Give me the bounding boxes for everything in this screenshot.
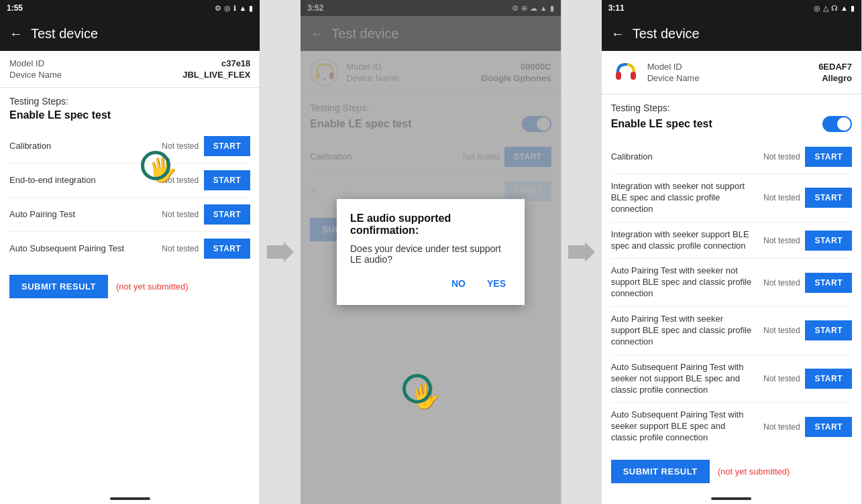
test-row-0-3: Calibration Not tested START — [611, 140, 852, 174]
svg-marker-5 — [568, 242, 595, 262]
enable-le-row-1: Enable LE spec test — [9, 109, 250, 121]
test-name-4-3: Auto Pairing Test with seeker support BL… — [611, 314, 759, 348]
status-bar-3: 3:11 ◎ △ ☊ ▲ ▮ — [602, 0, 861, 16]
title-3: Test device — [633, 26, 700, 42]
gear-icon: ⚙ — [215, 4, 221, 13]
title-1: Test device — [31, 26, 98, 42]
start-btn-autopairing-1[interactable]: START — [204, 204, 251, 225]
test-name-6-3: Auto Subsequent Pairing Test with seeker… — [611, 410, 759, 444]
cursor-hand-2: 🖐 — [411, 382, 441, 410]
test-name-1-3: Integration with seeker not support BLE … — [611, 181, 759, 215]
test-row-e2e-1: End-to-end integration Not tested START — [9, 164, 250, 198]
dialog-yes-btn[interactable]: YES — [482, 275, 511, 292]
not-submitted-1: (not yet submitted) — [116, 281, 188, 292]
start-btn-2-3[interactable]: START — [805, 231, 852, 251]
circle-icon: ◎ — [224, 4, 231, 13]
model-id-row-1: Model ID c37e18 — [9, 58, 250, 69]
not-submitted-3: (not yet submitted) — [718, 466, 790, 477]
phone-screen-2: 3:52 ⚙ ⊕ ☁ ▲ ▮ ← Test device Model ID — [301, 0, 561, 504]
device-info-3: Model ID 6EDAF7 Device Name Allegro — [647, 61, 852, 84]
start-btn-e2e-1[interactable]: START — [204, 170, 251, 190]
svg-rect-6 — [616, 72, 621, 80]
phone-screen-3: 3:11 ◎ △ ☊ ▲ ▮ ← Test device Model ID 6E… — [602, 0, 862, 504]
device-name-label-1: Device Name — [9, 70, 62, 80]
test-row-4-3: Auto Pairing Test with seeker support BL… — [611, 307, 852, 355]
test-row-autopairing-1: Auto Pairing Test Not tested START — [9, 198, 250, 232]
device-name-value-1: JBL_LIVE_FLEX — [182, 70, 250, 80]
test-status-subsequent-1: Not tested — [157, 244, 204, 253]
circle-icon-3: ◎ — [814, 4, 820, 13]
dialog-title-2: LE audio supported confirmation: — [350, 212, 511, 237]
test-status-5-3: Not tested — [758, 374, 805, 383]
test-row-5-3: Auto Subsequent Pairing Test with seeker… — [611, 355, 852, 403]
testing-steps-1: Testing Steps: — [9, 96, 250, 107]
enable-le-title-1: Enable LE spec test — [9, 109, 111, 121]
cursor-circle-2 — [402, 374, 432, 403]
test-status-1-3: Not tested — [758, 193, 805, 202]
dialog-message-2: Does your device under test support LE a… — [350, 243, 511, 265]
home-indicator-1 — [110, 497, 150, 500]
start-btn-subsequent-1[interactable]: START — [204, 239, 251, 259]
test-status-calibration-1: Not tested — [157, 141, 204, 151]
info-icon: ℹ — [233, 4, 236, 13]
svg-rect-7 — [631, 72, 636, 80]
top-bar-3: ← Test device — [602, 16, 861, 51]
status-icons-3: ◎ △ ☊ ▲ ▮ — [814, 4, 855, 13]
model-label-3: Model ID — [647, 62, 682, 72]
dialog-no-btn[interactable]: NO — [446, 275, 471, 292]
submit-btn-3[interactable]: SUBMIT RESULT — [611, 460, 710, 483]
headphone-icon-3 — [611, 58, 641, 87]
test-name-autopairing-1: Auto Pairing Test — [9, 209, 157, 220]
start-btn-6-3[interactable]: START — [805, 417, 852, 437]
test-status-autopairing-1: Not tested — [157, 210, 204, 219]
test-name-2-3: Integration with seeker support BLE spec… — [611, 229, 759, 252]
test-name-3-3: Auto Pairing Test with seeker not suppor… — [611, 265, 759, 300]
back-arrow-1[interactable]: ← — [9, 26, 23, 42]
arrow-1 — [260, 0, 301, 504]
device-info-1: Model ID c37e18 Device Name JBL_LIVE_FLE… — [9, 58, 250, 80]
cursor-overlay-2: 🖐 — [411, 382, 441, 410]
battery-icon: ▮ — [249, 4, 253, 13]
device-name-row-1: Device Name JBL_LIVE_FLEX — [9, 69, 250, 80]
test-name-calibration-1: Calibration — [9, 141, 157, 152]
start-btn-5-3[interactable]: START — [805, 369, 852, 389]
time-1: 1:55 — [7, 3, 23, 13]
arrow-2 — [561, 0, 602, 504]
start-btn-1-3[interactable]: START — [805, 188, 852, 208]
model-value-3: 6EDAF7 — [818, 62, 852, 72]
time-3: 3:11 — [608, 3, 625, 13]
submit-btn-1[interactable]: SUBMIT RESULT — [9, 275, 108, 298]
start-btn-4-3[interactable]: START — [805, 320, 852, 340]
start-btn-calibration-1[interactable]: START — [204, 136, 251, 156]
test-name-subsequent-1: Auto Subsequent Pairing Test — [9, 243, 157, 255]
triangle-icon-3: △ — [823, 4, 828, 13]
enable-le-row-3: Enable LE spec test — [611, 116, 852, 132]
back-arrow-3[interactable]: ← — [611, 26, 625, 42]
status-bar-1: 1:55 ⚙ ◎ ℹ ▲ ▮ — [0, 0, 260, 16]
device-card-1: Model ID c37e18 Device Name JBL_LIVE_FLE… — [0, 51, 260, 88]
model-id-value-1: c37e18 — [221, 58, 250, 68]
test-row-subsequent-1: Auto Subsequent Pairing Test Not tested … — [9, 232, 250, 265]
test-name-e2e-1: End-to-end integration — [9, 175, 157, 186]
arrow-icon-1 — [267, 242, 294, 262]
test-status-6-3: Not tested — [758, 422, 805, 432]
device-card-3: Model ID 6EDAF7 Device Name Allegro — [602, 51, 861, 94]
test-status-2-3: Not tested — [758, 236, 805, 245]
dialog-buttons-2: NO YES — [350, 275, 511, 292]
content-1: Testing Steps: Enable LE spec test Calib… — [0, 88, 260, 493]
status-icons-1: ⚙ ◎ ℹ ▲ ▮ — [215, 4, 253, 13]
svg-marker-0 — [267, 242, 294, 262]
test-row-2-3: Integration with seeker support BLE spec… — [611, 223, 852, 259]
test-row-calibration-1: Calibration Not tested START — [9, 129, 250, 164]
test-status-3-3: Not tested — [758, 278, 805, 288]
toggle-3[interactable] — [822, 116, 852, 132]
top-bar-1: ← Test device — [0, 16, 260, 51]
test-status-4-3: Not tested — [758, 326, 805, 335]
test-row-1-3: Integration with seeker not support BLE … — [611, 174, 852, 223]
device-value-3: Allegro — [822, 73, 852, 83]
start-btn-3-3[interactable]: START — [805, 273, 852, 293]
test-status-e2e-1: Not tested — [157, 176, 204, 185]
submit-row-3: SUBMIT RESULT (not yet submitted) — [611, 450, 852, 487]
wifi-icon-3: ▲ — [841, 4, 848, 12]
start-btn-0-3[interactable]: START — [805, 147, 852, 167]
